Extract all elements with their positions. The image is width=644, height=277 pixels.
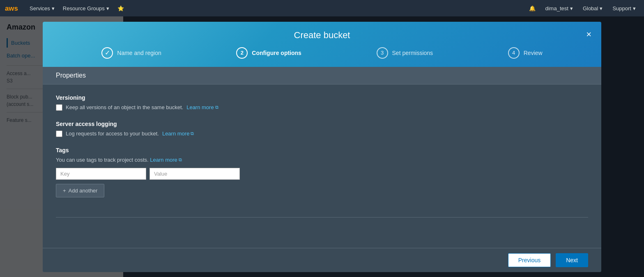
tags-inputs-row	[56, 168, 588, 180]
step-1-label: Name and region	[117, 50, 161, 56]
resource-groups-nav-item[interactable]: Resource Groups ▾	[60, 4, 113, 13]
region-chevron-icon: ▾	[600, 5, 603, 11]
modal-body: Properties Versioning Keep all versions …	[43, 67, 601, 248]
pin-icon-nav[interactable]: ⭐	[114, 4, 127, 13]
properties-section-header: Properties	[43, 67, 601, 85]
tags-external-icon: ⧉	[179, 157, 182, 163]
user-chevron-icon: ▾	[570, 5, 573, 11]
server-logging-external-icon: ⧉	[191, 131, 194, 136]
step-3-label: Set permissions	[392, 50, 433, 56]
versioning-external-icon: ⧉	[215, 105, 218, 110]
support-menu[interactable]: Support ▾	[609, 4, 639, 13]
nav-right-section: 🔔 dima_test ▾ Global ▾ Support ▾	[526, 4, 639, 13]
section-content: Versioning Keep all versions of an objec…	[43, 85, 601, 217]
user-menu[interactable]: dima_test ▾	[542, 4, 576, 13]
add-another-button[interactable]: + Add another	[56, 184, 104, 197]
step-3-set-permissions: 3 Set permissions	[377, 47, 433, 59]
services-nav-item[interactable]: Services ▾	[26, 4, 58, 13]
step-2-circle: 2	[236, 47, 248, 59]
properties-title: Properties	[56, 72, 86, 79]
step-2-label: Configure options	[252, 50, 301, 56]
versioning-checkbox-label: Keep all versions of an object in the sa…	[66, 104, 183, 110]
tags-group: Tags You can use tags to track project c…	[56, 147, 588, 197]
close-button[interactable]: ×	[584, 28, 593, 41]
server-logging-title: Server access logging	[56, 121, 588, 127]
previous-button[interactable]: Previous	[508, 253, 551, 267]
modal-title-row: Create bucket	[56, 22, 588, 47]
server-logging-checkbox-label: Log requests for access to your bucket.	[66, 130, 159, 137]
step-4-circle: 4	[508, 47, 520, 59]
versioning-checkbox[interactable]	[56, 104, 62, 111]
region-menu[interactable]: Global ▾	[580, 4, 606, 13]
tag-value-input[interactable]	[150, 168, 240, 180]
services-chevron-icon: ▾	[52, 5, 55, 11]
server-logging-description: Log requests for access to your bucket. …	[56, 130, 588, 137]
versioning-group: Versioning Keep all versions of an objec…	[56, 94, 588, 111]
step-1-name-and-region: ✓ Name and region	[101, 47, 161, 59]
create-bucket-modal: Create bucket × ✓ Name and region 2 Conf…	[43, 22, 601, 272]
notifications-bell-icon[interactable]: 🔔	[526, 4, 539, 13]
step-4-label: Review	[524, 50, 543, 56]
server-logging-checkbox[interactable]	[56, 130, 62, 137]
server-logging-group: Server access logging Log requests for a…	[56, 121, 588, 137]
versioning-learn-more-link[interactable]: Learn more ⧉	[186, 104, 218, 110]
tags-description: You can use tags to track project costs.…	[56, 157, 588, 163]
support-chevron-icon: ▾	[633, 5, 636, 11]
tags-learn-more-link[interactable]: Learn more ⧉	[150, 157, 182, 163]
modal-title: Create bucket	[294, 30, 350, 41]
top-nav: aws Services ▾ Resource Groups ▾ ⭐ 🔔 dim…	[0, 0, 644, 16]
tags-title: Tags	[56, 147, 588, 153]
plus-icon: +	[63, 188, 66, 194]
section-divider	[56, 217, 588, 217]
step-4-review: 4 Review	[508, 47, 543, 59]
modal-footer: Previous Next	[43, 248, 601, 272]
next-button[interactable]: Next	[556, 253, 588, 267]
tag-key-input[interactable]	[56, 168, 146, 180]
svg-text:aws: aws	[5, 5, 18, 12]
modal-header: Create bucket × ✓ Name and region 2 Conf…	[43, 22, 601, 67]
aws-logo-icon: aws	[5, 3, 20, 13]
step-2-configure-options: 2 Configure options	[236, 47, 301, 59]
step-3-circle: 3	[377, 47, 388, 59]
steps-row: ✓ Name and region 2 Configure options 3 …	[56, 47, 588, 67]
server-logging-learn-more-link[interactable]: Learn more ⧉	[162, 130, 194, 137]
add-another-label: Add another	[69, 188, 98, 194]
versioning-title: Versioning	[56, 94, 588, 101]
step-1-circle: ✓	[101, 47, 113, 59]
resource-groups-chevron-icon: ▾	[106, 5, 109, 11]
versioning-description: Keep all versions of an object in the sa…	[56, 104, 588, 111]
modal-overlay: Create bucket × ✓ Name and region 2 Conf…	[0, 16, 644, 277]
